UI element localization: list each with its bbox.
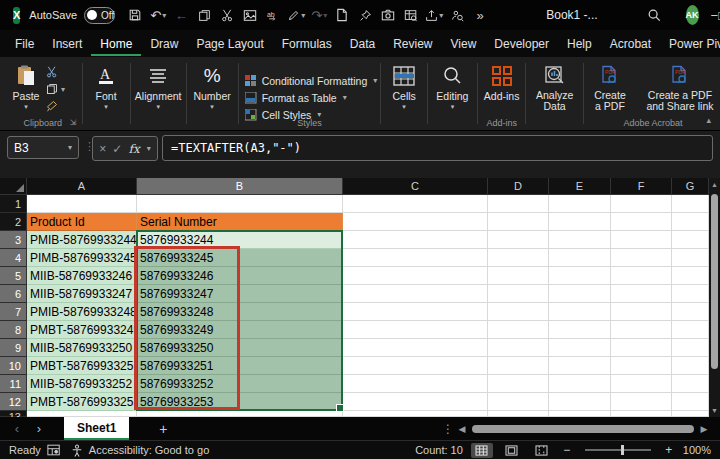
cell-D1[interactable]: [488, 195, 549, 213]
cell-E8[interactable]: [549, 321, 611, 339]
lookup-button[interactable]: [401, 4, 421, 26]
cell-E3[interactable]: [549, 231, 611, 249]
scrollbar-options-icon[interactable]: ⋮: [442, 422, 454, 436]
row-header-10[interactable]: 10: [0, 357, 27, 375]
macro-record-icon[interactable]: [47, 444, 61, 456]
column-header-G[interactable]: G: [672, 178, 709, 195]
scroll-down-icon[interactable]: ▼: [709, 407, 720, 414]
column-header-F[interactable]: F: [611, 178, 672, 195]
excel-logo-icon[interactable]: X: [13, 7, 20, 24]
account-avatar[interactable]: AK: [686, 5, 699, 25]
cell-D6[interactable]: [488, 285, 549, 303]
formula-dropdown-icon[interactable]: ▾: [147, 144, 151, 153]
cell-B2[interactable]: Serial Number: [137, 213, 343, 231]
column-header-D[interactable]: D: [488, 178, 549, 195]
row-header-5[interactable]: 5: [0, 267, 27, 285]
cell-F6[interactable]: [611, 285, 672, 303]
cell-B7[interactable]: 58769933248: [137, 303, 343, 321]
insert-function-icon[interactable]: fx: [128, 142, 139, 156]
page-layout-view-button[interactable]: [501, 443, 523, 458]
cell-C9[interactable]: [343, 339, 488, 357]
tab-review[interactable]: Review: [384, 32, 441, 56]
cell-C7[interactable]: [343, 303, 488, 321]
tab-home[interactable]: Home: [91, 32, 141, 56]
row-header-8[interactable]: 8: [0, 321, 27, 339]
row-header-6[interactable]: 6: [0, 285, 27, 303]
cell-A2[interactable]: Product Id: [27, 213, 137, 231]
cell-G1[interactable]: [672, 195, 709, 213]
cell-F11[interactable]: [611, 375, 672, 393]
accessibility-icon[interactable]: [71, 444, 83, 457]
editing-button[interactable]: Editing ▾: [430, 57, 475, 130]
draw-tool-button[interactable]: ▾: [286, 4, 306, 26]
row-header-3[interactable]: 3: [0, 231, 27, 249]
cell-G9[interactable]: [672, 339, 709, 357]
cell-C8[interactable]: [343, 321, 488, 339]
cell-A11[interactable]: MIIB-58769933252: [27, 375, 137, 393]
cell-A1[interactable]: [27, 195, 137, 213]
cell-E12[interactable]: [549, 393, 611, 411]
find-people-button[interactable]: [447, 4, 467, 26]
tab-help[interactable]: Help: [558, 32, 601, 56]
hscroll-right-icon[interactable]: ▶: [696, 424, 712, 434]
minimize-button[interactable]: −: [711, 0, 719, 30]
cell-A7[interactable]: PMIB-58769933248: [27, 303, 137, 321]
cell-E9[interactable]: [549, 339, 611, 357]
next-sheet-icon[interactable]: ›: [28, 421, 50, 436]
sheet-tab-sheet1[interactable]: Sheet1: [64, 417, 129, 440]
search-icon[interactable]: [644, 4, 664, 26]
format-as-table-button[interactable]: Format as Table▾: [245, 90, 347, 105]
tab-acrobat[interactable]: Acrobat: [601, 32, 660, 56]
vertical-scrollbar[interactable]: ▲ ▼: [709, 178, 720, 417]
cell-A9[interactable]: MIIB-58769933250: [27, 339, 137, 357]
zoom-level[interactable]: 100%: [683, 444, 711, 456]
cell-C12[interactable]: [343, 393, 488, 411]
tab-page-layout[interactable]: Page Layout: [187, 32, 272, 56]
scroll-up-icon[interactable]: ▲: [709, 181, 720, 188]
cell-G3[interactable]: [672, 231, 709, 249]
normal-view-button[interactable]: [471, 443, 493, 458]
cell-C10[interactable]: [343, 357, 488, 375]
cell-F3[interactable]: [611, 231, 672, 249]
alignment-button[interactable]: Alignment ▾: [133, 57, 184, 130]
autosave-toggle[interactable]: Off: [84, 7, 115, 24]
cell-B11[interactable]: 58769933252: [137, 375, 343, 393]
row-header-9[interactable]: 9: [0, 339, 27, 357]
cell-A3[interactable]: PMIB-58769933244: [27, 231, 137, 249]
cell-G2[interactable]: [672, 213, 709, 231]
cells-button[interactable]: Cells ▾: [383, 57, 424, 130]
cut-ribbon-button[interactable]: [46, 65, 65, 79]
cell-A4[interactable]: PIMB-58769933245: [27, 249, 137, 267]
cell-E2[interactable]: [549, 213, 611, 231]
number-button[interactable]: % Number ▾: [189, 57, 236, 130]
analyze-data-button[interactable]: AnalyzeData: [528, 57, 581, 130]
cell-F10[interactable]: [611, 357, 672, 375]
cell-E1[interactable]: [549, 195, 611, 213]
row-header-2[interactable]: 2: [0, 213, 27, 231]
tab-developer[interactable]: Developer: [485, 32, 558, 56]
cell-G12[interactable]: [672, 393, 709, 411]
cell-F9[interactable]: [611, 339, 672, 357]
replace-button[interactable]: ab: [263, 4, 283, 26]
cell-D12[interactable]: [488, 393, 549, 411]
cell-E10[interactable]: [549, 357, 611, 375]
cell-D5[interactable]: [488, 267, 549, 285]
cell-B8[interactable]: 58769933249: [137, 321, 343, 339]
cell-A5[interactable]: MIIB-58769933246: [27, 267, 137, 285]
cell-F7[interactable]: [611, 303, 672, 321]
tab-file[interactable]: File: [6, 32, 43, 56]
cell-G5[interactable]: [672, 267, 709, 285]
collapse-ribbon-button[interactable]: ▴: [706, 115, 711, 125]
row-header-1[interactable]: 1: [0, 195, 27, 213]
cell-C3[interactable]: [343, 231, 488, 249]
horizontal-scroll-thumb[interactable]: [472, 425, 694, 433]
cell-C1[interactable]: [343, 195, 488, 213]
zoom-in-button[interactable]: +: [663, 443, 675, 457]
cell-E11[interactable]: [549, 375, 611, 393]
cell-A8[interactable]: PMBT-58769933249: [27, 321, 137, 339]
cell-A6[interactable]: MIIB-58769933247: [27, 285, 137, 303]
back-button[interactable]: ←: [171, 4, 191, 26]
camera-button[interactable]: [378, 4, 398, 26]
enter-formula-icon[interactable]: ✓: [112, 142, 122, 156]
column-header-C[interactable]: C: [343, 178, 488, 195]
